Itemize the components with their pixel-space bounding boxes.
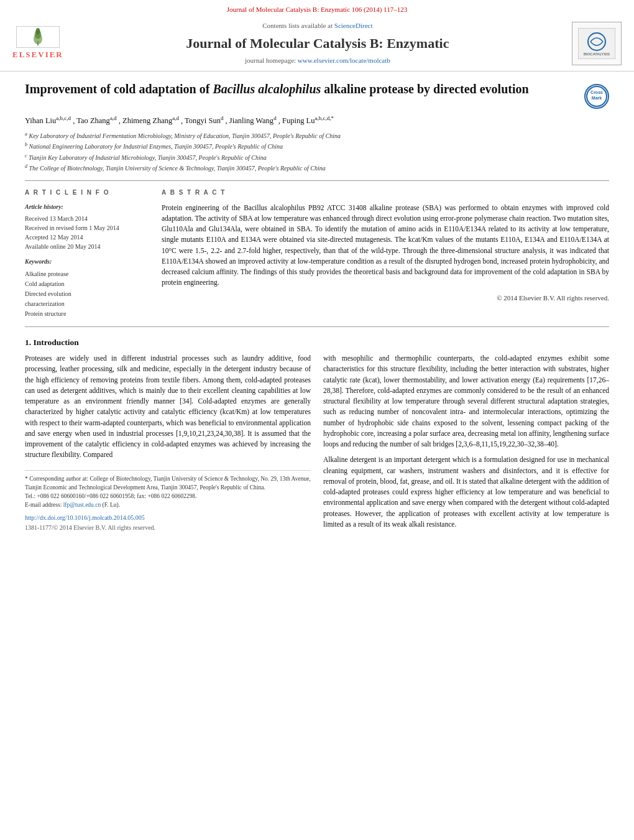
keyword-3: Directed evolution	[25, 289, 149, 299]
author2-sup: a,d	[110, 115, 117, 121]
journal-homepage-link[interactable]: www.elsevier.com/locate/molcatb	[298, 57, 390, 64]
author5-sup: d	[273, 115, 277, 121]
doi-link[interactable]: http://dx.doi.org/10.1016/j.molcatb.2014…	[25, 514, 145, 521]
abstract-text: Protein engineering of the Bacillus alca…	[162, 203, 609, 288]
body-col-2: with mesophilic and thermophilic counter…	[323, 353, 609, 535]
article-info-title: A R T I C L E I N F O	[25, 188, 149, 198]
authors-line: Yihan Liua,b,c,d , Tao Zhanga,d , Zhimen…	[25, 114, 609, 127]
keyword-5: Protein structure	[25, 309, 149, 319]
journal-header: Journal of Molecular Catalysis B: Enzyma…	[0, 0, 634, 72]
accepted-date: Accepted 12 May 2014	[25, 233, 149, 242]
divider-2	[25, 326, 609, 327]
author5-name: , Jianling Wang	[226, 116, 274, 125]
body-para-2: with mesophilic and thermophilic counter…	[323, 353, 609, 450]
article-history-title: Article history:	[25, 203, 149, 212]
paper-title: Improvement of cold adaptation of Bacill…	[25, 81, 584, 97]
svg-point-3	[35, 28, 40, 35]
keywords-list: Alkaline protease Cold adaptation Direct…	[25, 269, 149, 319]
author1-name: Yihan Liu	[25, 116, 56, 125]
paper-title-part2: alkaline protease by directed evolution	[321, 82, 528, 96]
abstract-title: A B S T R A C T	[162, 188, 609, 198]
journal-branding: ELSEVIER Contents lists available at Sci…	[0, 19, 634, 71]
crossmark-badge: Cross Mark	[584, 84, 609, 109]
body-col-1: Proteases are widely used in different i…	[25, 353, 311, 535]
paper-title-italic: Bacillus alcalophilus	[213, 82, 321, 96]
svg-text:BIOCATALYSIS: BIOCATALYSIS	[584, 52, 610, 56]
svg-text:Cross: Cross	[590, 90, 603, 95]
contents-line: Contents lists available at ScienceDirec…	[76, 21, 559, 31]
keyword-4: characterization	[25, 299, 149, 309]
affiliation-c: c Tianjin Key Laboratory of Industrial M…	[25, 152, 609, 162]
article-info-col: A R T I C L E I N F O Article history: R…	[25, 188, 149, 319]
elsevier-text: ELSEVIER	[12, 49, 63, 61]
doi-line: http://dx.doi.org/10.1016/j.molcatb.2014…	[25, 514, 311, 523]
body-para-3: Alkaline detergent is an important deter…	[323, 455, 609, 530]
journal-top-bar: Journal of Molecular Catalysis B: Enzyma…	[0, 5, 634, 15]
divider-1	[25, 180, 609, 181]
author4-name: , Tongyi Sun	[181, 116, 221, 125]
journal-center: Contents lists available at ScienceDirec…	[63, 21, 572, 66]
main-body: 1. Introduction Proteases are widely use…	[25, 336, 609, 535]
keyword-1: Alkaline protease	[25, 269, 149, 279]
paper-title-part1: Improvement of cold adaptation of	[25, 82, 213, 96]
journal-homepage: journal homepage: www.elsevier.com/locat…	[76, 56, 559, 66]
affiliation-a: a Key Laboratory of Industrial Fermentat…	[25, 131, 609, 141]
title-crossmark-area: Improvement of cold adaptation of Bacill…	[25, 81, 609, 109]
author3-name: , Zhimeng Zhang	[119, 116, 172, 125]
author4-sup: d	[221, 115, 224, 121]
author6-name: , Fuping Lu	[278, 116, 315, 125]
abstract-col: A B S T R A C T Protein engineering of t…	[162, 188, 609, 319]
paper-content: Improvement of cold adaptation of Bacill…	[0, 72, 634, 548]
crossmark-icon: Cross Mark	[586, 85, 608, 108]
received-revised-date: Received in revised form 1 May 2014	[25, 223, 149, 233]
elsevier-logo-box	[16, 26, 60, 48]
affiliation-b: b National Engineering Laboratory for In…	[25, 141, 609, 151]
body-para-1: Proteases are widely used in different i…	[25, 353, 311, 461]
article-info-abstract: A R T I C L E I N F O Article history: R…	[25, 188, 609, 319]
email-label: E-mail address:	[25, 502, 62, 508]
affiliations: a Key Laboratory of Industrial Fermentat…	[25, 131, 609, 173]
keyword-2: Cold adaptation	[25, 279, 149, 289]
email-link[interactable]: lfp@tust.edu.cn	[63, 502, 101, 508]
author3-sup: a,d	[172, 115, 179, 121]
received-date: Received 13 March 2014	[25, 214, 149, 223]
sciencedirect-link[interactable]: ScienceDirect	[334, 22, 373, 29]
available-date: Available online 20 May 2014	[25, 242, 149, 251]
elsevier-tree-icon	[32, 28, 44, 45]
footnote-tel: Tel.: +086 022 60600160/+086 022 6060195…	[25, 492, 311, 501]
abstract-body: Protein engineering of the Bacillus alca…	[162, 204, 609, 287]
footnote-area: * Corresponding author at: College of Bi…	[25, 470, 311, 510]
journal-title-display: Journal of Molecular Catalysis B: Enzyma…	[76, 34, 559, 53]
author1-sup: a,b,c,d	[56, 115, 71, 121]
email-end: (F. Lu).	[103, 502, 121, 508]
footnote-corresponding: * Corresponding author at: College of Bi…	[25, 474, 311, 492]
body-two-col: Proteases are widely used in different i…	[25, 353, 609, 535]
author6-sup: a,b,c,d,*	[315, 115, 334, 121]
biocatalysis-icon: BIOCATALYSIS	[578, 28, 615, 59]
copyright-line: © 2014 Elsevier B.V. All rights reserved…	[162, 293, 609, 303]
affiliation-d: d The College of Biotechnology, Tianjin …	[25, 163, 609, 173]
author2-name: , Tao Zhang	[73, 116, 110, 125]
journal-top-bar-text: Journal of Molecular Catalysis B: Enzyma…	[227, 6, 407, 13]
footnote-email: E-mail address: lfp@tust.edu.cn (F. Lu).	[25, 501, 311, 509]
section1-heading: 1. Introduction	[25, 336, 609, 349]
issn-line: 1381-1177/© 2014 Elsevier B.V. All right…	[25, 524, 311, 533]
keywords-title: Keywords:	[25, 257, 149, 267]
svg-text:Mark: Mark	[592, 96, 602, 100]
biocatalysis-logo: BIOCATALYSIS	[572, 22, 622, 65]
elsevier-logo: ELSEVIER	[12, 26, 63, 61]
